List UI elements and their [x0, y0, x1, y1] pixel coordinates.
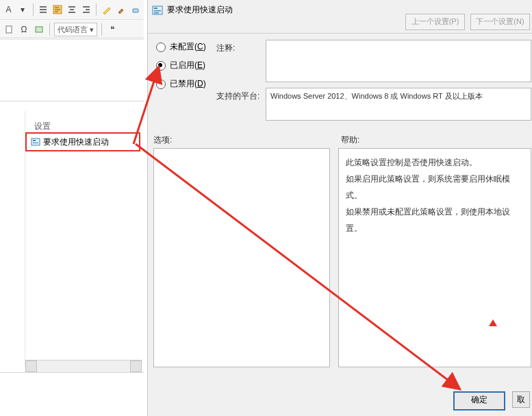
nav-button-row: 上一个设置(P) 下一个设置(N): [405, 14, 530, 30]
font-size-icon[interactable]: A: [3, 3, 14, 16]
radio-label: 已启用(: [170, 60, 197, 70]
policy-dialog: 要求使用快速启动 上一个设置(P) 下一个设置(N) 未配置(C) 已启用(E)…: [147, 0, 532, 416]
help-line: 此策略设置控制是否使用快速启动。: [346, 154, 524, 171]
help-line: 如果禁用或未配置此策略设置，则使用本地设置。: [346, 204, 524, 236]
settings-tab[interactable]: 设置: [34, 121, 51, 132]
help-label: 帮助:: [341, 134, 359, 146]
separator-icon: [101, 23, 102, 36]
radio-label: 已禁用(: [170, 79, 197, 88]
radio-label: ): [203, 42, 206, 51]
platform-textbox: Windows Server 2012、Windows 8 或 Windows …: [266, 88, 531, 121]
svg-rect-8: [154, 8, 157, 9]
dropdown-icon[interactable]: ▾: [17, 3, 29, 16]
help-line: 如果启用此策略设置，则系统需要启用休眠模式。: [346, 171, 524, 204]
svg-rect-2: [6, 26, 12, 33]
code-language-select[interactable]: 代码语言 ▾: [54, 23, 97, 36]
annotation-marker-icon: [489, 319, 497, 326]
toolbar-row-1: A ▾: [0, 0, 144, 20]
next-setting-button[interactable]: 下一个设置(N): [470, 14, 530, 30]
radio-enabled[interactable]: 已启用(E): [156, 60, 206, 71]
separator-icon: [96, 3, 97, 16]
svg-rect-10: [154, 12, 159, 14]
prev-setting-button[interactable]: 上一个设置(P): [405, 14, 465, 30]
cancel-button[interactable]: 取: [512, 391, 530, 408]
horizontal-scrollbar[interactable]: [25, 360, 142, 372]
policy-icon: [152, 5, 163, 16]
map-icon[interactable]: [33, 23, 45, 36]
radio-icon: [156, 79, 166, 89]
comment-textbox[interactable]: [266, 40, 531, 82]
help-box: 此策略设置控制是否使用快速启动。 如果启用此策略设置，则系统需要启用休眠模式。 …: [338, 148, 531, 367]
dialog-title: 要求使用快速启动: [167, 4, 233, 16]
separator-icon: [33, 3, 34, 16]
dialog-button-row: 确定 取: [453, 391, 530, 411]
settings-panel: 设置 要求使用快速启动: [0, 101, 144, 373]
radio-hotkey: E: [197, 60, 203, 70]
radio-icon: [156, 61, 166, 71]
eraser-icon[interactable]: [129, 3, 141, 16]
svg-rect-1: [133, 9, 138, 12]
policy-item-fast-startup[interactable]: 要求使用快速启动: [25, 132, 140, 151]
radio-hotkey: C: [197, 42, 203, 51]
code-language-label: 代码语言: [58, 25, 88, 35]
dialog-title-row: 要求使用快速启动: [152, 4, 233, 16]
radio-not-configured[interactable]: 未配置(C): [156, 41, 206, 53]
radio-hotkey: D: [197, 79, 203, 88]
editor-toolbar: A ▾ Ω 代: [0, 0, 144, 38]
divider: [148, 33, 532, 34]
radio-label: 未配置(: [170, 42, 197, 51]
radio-disabled[interactable]: 已禁用(D): [156, 78, 206, 90]
svg-rect-6: [33, 143, 38, 143]
align-right-icon[interactable]: [80, 3, 92, 16]
policy-icon: [31, 137, 40, 147]
radio-icon: [156, 42, 166, 52]
svg-rect-4: [31, 138, 40, 145]
list-icon[interactable]: [38, 3, 49, 16]
align-left-icon[interactable]: [52, 3, 64, 16]
options-label: 选项:: [153, 134, 172, 146]
highlighter-icon[interactable]: [101, 3, 112, 16]
quote-icon[interactable]: ❝: [106, 23, 118, 36]
radio-label: ): [203, 60, 205, 70]
svg-rect-9: [154, 10, 161, 12]
policy-item-label: 要求使用快速启动: [43, 136, 109, 148]
separator-icon: [49, 23, 50, 36]
state-radio-group: 未配置(C) 已启用(E) 已禁用(D): [156, 41, 206, 90]
comment-label: 注释:: [216, 42, 235, 54]
align-center-icon[interactable]: [66, 3, 78, 16]
platform-label: 支持的平台:: [216, 90, 259, 102]
options-box: [153, 148, 330, 367]
omega-icon[interactable]: Ω: [18, 23, 30, 36]
ok-button[interactable]: 确定: [453, 391, 505, 411]
svg-rect-5: [33, 140, 36, 141]
radio-label: ): [203, 79, 206, 88]
page-icon[interactable]: [3, 23, 15, 36]
svg-rect-3: [36, 27, 42, 32]
toolbar-row-2: Ω 代码语言 ▾ ❝: [0, 20, 144, 40]
brush-icon[interactable]: [115, 3, 127, 16]
platform-text: Windows Server 2012、Windows 8 或 Windows …: [270, 92, 483, 100]
